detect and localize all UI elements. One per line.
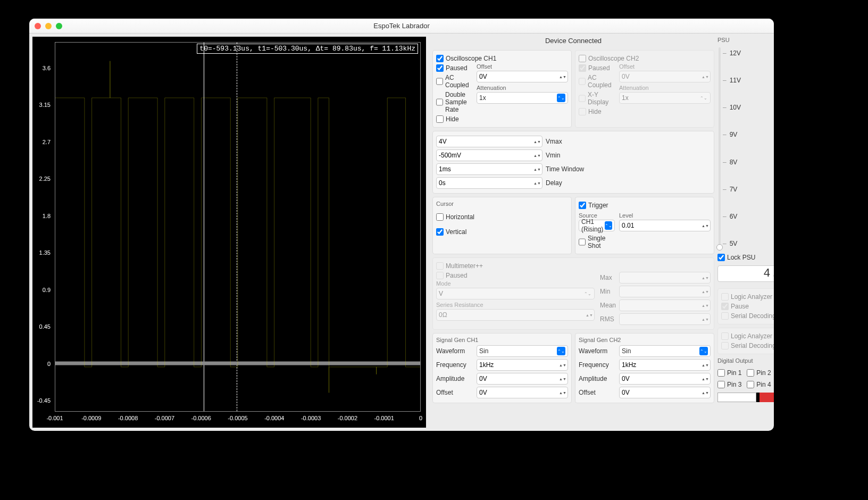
vmin-input[interactable]: ▲▼: [436, 149, 542, 161]
mm-max: ▲▼: [619, 272, 711, 284]
double-sample-ch1-checkbox[interactable]: [436, 98, 443, 106]
ac-coupled-ch2-checkbox: [579, 78, 586, 85]
la1-enable-checkbox: [721, 293, 729, 301]
hide-ch1-checkbox[interactable]: [436, 115, 444, 123]
pin3-checkbox[interactable]: [717, 381, 725, 388]
mm-paused-checkbox: [436, 272, 444, 279]
y-axis: 3.6 3.15 2.7 2.25 1.8 1.35 0.9 0.45 0 -0…: [32, 42, 54, 412]
mm-rms: ▲▼: [619, 313, 711, 325]
delay-input[interactable]: ▲▼: [436, 177, 542, 189]
pin4-checkbox[interactable]: [747, 381, 754, 388]
mm-min: ▲▼: [619, 286, 711, 297]
trigger-source-select[interactable]: CH1 (Rising)⌃⌄: [579, 220, 615, 231]
paused-ch2-checkbox: [579, 64, 586, 72]
panel-la-ch2: Logic Analyzer CH2 Serial Decoding: [717, 328, 774, 354]
waveform-ch1: [55, 43, 420, 411]
panel-trigger: Trigger Source CH1 (Rising)⌃⌄ Single Sho…: [575, 197, 714, 254]
lock-psu-checkbox[interactable]: [717, 254, 725, 261]
single-shot-checkbox[interactable]: [579, 238, 586, 246]
panel-cursor: Cursor Horizontal Vertical: [432, 197, 572, 254]
ac-coupled-ch1-checkbox[interactable]: [436, 78, 443, 85]
xy-display-checkbox: [579, 95, 586, 102]
sg2-amp-input[interactable]: ▲▼: [619, 373, 711, 385]
panel-osc-ch2: Oscilloscope CH2 Paused AC Coupled X-Y D…: [575, 50, 714, 128]
cursor-horizontal-checkbox[interactable]: [436, 213, 444, 221]
titlebar: EspoTek Labrador: [29, 19, 774, 34]
device-status: Device Connected: [432, 37, 714, 45]
oscilloscope-plot[interactable]: 3.6 3.15 2.7 2.25 1.8 1.35 0.9 0.45 0 -0…: [32, 37, 426, 428]
minimize-icon[interactable]: [45, 23, 52, 29]
attenuation-ch1-select[interactable]: 1x⌃⌄: [477, 92, 568, 104]
x-axis: -0.001 -0.0009 -0.0008 -0.0007 -0.0006 -…: [55, 413, 421, 428]
app-window: EspoTek Labrador 3.6 3.15 2.7 2.25 1.8 1…: [29, 19, 774, 431]
timewindow-input[interactable]: ▲▼: [436, 163, 542, 175]
sg1-amp-input[interactable]: ▲▼: [477, 373, 568, 385]
psu-display: 4.50: [717, 265, 774, 282]
trigger-level-input[interactable]: ▲▼: [619, 220, 711, 231]
sg2-freq-input[interactable]: ▲▼: [619, 359, 711, 371]
offset-ch1-input[interactable]: ▲▼: [477, 71, 568, 82]
paused-ch1-checkbox[interactable]: [436, 64, 444, 72]
sg1-freq-input[interactable]: ▲▼: [477, 359, 568, 371]
panel-osc-ch1: Oscilloscope CH1 Paused AC Coupled Doubl…: [432, 50, 572, 128]
psu-title: PSU: [717, 37, 774, 43]
close-icon[interactable]: [35, 23, 41, 29]
mm-mode-select: V⌃⌄: [436, 288, 595, 299]
mm-mean: ▲▼: [619, 299, 711, 311]
enable-ch1-checkbox[interactable]: [436, 55, 444, 62]
attenuation-ch2-select: 1x⌃⌄: [619, 92, 711, 104]
enable-ch2-checkbox[interactable]: [579, 55, 586, 62]
la1-pause-checkbox: [721, 303, 729, 310]
la1-serial-checkbox: [721, 312, 729, 320]
cursor-vertical-checkbox[interactable]: [436, 228, 444, 236]
sg1-waveform-select[interactable]: Sin⌃⌄: [477, 345, 568, 357]
pin1-checkbox[interactable]: [717, 369, 725, 377]
psu-slider[interactable]: 12V 11V 10V 9V 8V 7V 6V 5V: [717, 47, 774, 249]
window-title: EspoTek Labrador: [29, 22, 774, 30]
vmax-input[interactable]: ▲▼: [436, 136, 542, 147]
hide-ch2-checkbox: [579, 108, 586, 115]
la2-enable-checkbox: [721, 332, 729, 340]
panel-multimeter: Multimeter++ Paused Mode V⌃⌄ Series Resi…: [432, 257, 714, 330]
sg2-waveform-select[interactable]: Sin⌃⌄: [619, 345, 711, 357]
panel-siggen-ch1: Signal Gen CH1 WaveformSin⌃⌄ Frequency▲▼…: [432, 333, 572, 403]
sg1-offset-input[interactable]: ▲▼: [477, 387, 568, 398]
multimeter-enable-checkbox: [436, 262, 444, 270]
panel-la-ch1: Logic Analyzer CH1 Pause Serial Decoding: [717, 288, 774, 324]
la2-serial-checkbox: [721, 342, 729, 349]
panel-digital-output: Pin 1 Pin 2 Pin 3 Pin 4: [717, 368, 774, 389]
pin2-checkbox[interactable]: [747, 369, 754, 377]
status-indicator: [717, 393, 774, 402]
sg2-offset-input[interactable]: ▲▼: [619, 387, 711, 398]
mm-series-r-input: ▲▼: [436, 309, 595, 321]
maximize-icon[interactable]: [56, 23, 62, 29]
panel-range: ▲▼Vmax ▲▼Vmin ▲▼Time Window ▲▼Delay: [432, 131, 714, 194]
offset-ch2-input: ▲▼: [619, 71, 711, 82]
trigger-enable-checkbox[interactable]: [579, 202, 586, 209]
panel-siggen-ch2: Signal Gen CH2 WaveformSin⌃⌄ Frequency▲▼…: [575, 333, 714, 403]
